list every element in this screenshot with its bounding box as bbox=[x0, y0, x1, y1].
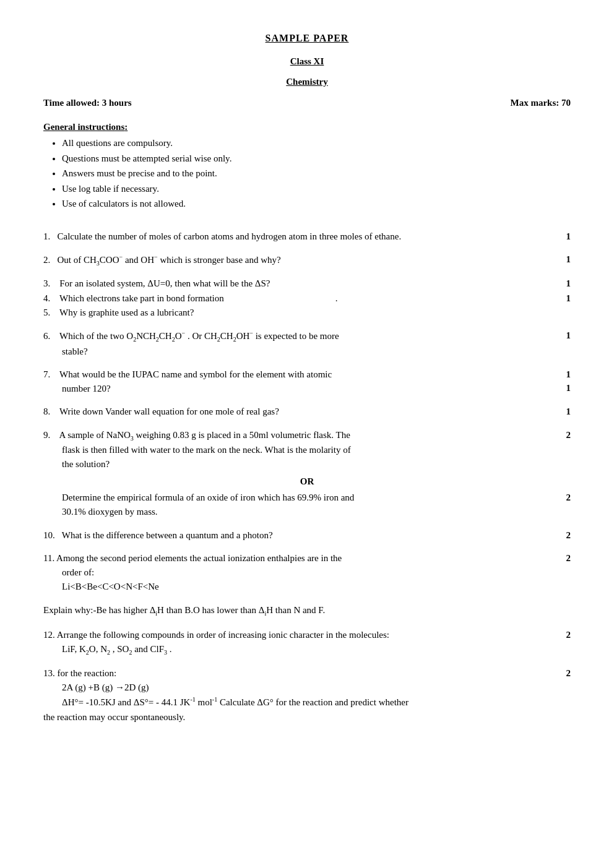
question-9: 9. A sample of NaNO3 weighing 0.83 g is … bbox=[43, 428, 571, 520]
question-2: 2. Out of CH3COO− and OH− which is stron… bbox=[43, 252, 571, 269]
subject-label: Chemistry bbox=[43, 75, 571, 89]
question-10: 10. What is the difference between a qua… bbox=[43, 528, 571, 543]
question-7: 7. What would be the IUPAC name and symb… bbox=[43, 367, 571, 397]
explain-note: Explain why:-Be has higher ΔiH than B.O … bbox=[43, 603, 571, 619]
paper-title: SAMPLE PAPER bbox=[43, 31, 571, 46]
or-label: OR bbox=[43, 475, 571, 489]
instruction-item: Use log table if necessary. bbox=[62, 182, 571, 196]
question-8: 8. Write down Vander wall equation for o… bbox=[43, 405, 571, 419]
question-12: 12. Arrange the following compounds in o… bbox=[43, 628, 571, 658]
max-marks: Max marks: 70 bbox=[511, 96, 571, 110]
time-allowed: Time allowed: 3 hours bbox=[43, 96, 132, 110]
question-6: 6. Which of the two O2NCH2CH2O− . Or CH2… bbox=[43, 329, 571, 359]
instruction-item: Answers must be precise and to the point… bbox=[62, 166, 571, 181]
questions-section: 1. Calculate the number of moles of carb… bbox=[43, 230, 571, 724]
instruction-item: Use of calculators is not allowed. bbox=[62, 197, 571, 211]
question-3-5: 3. For an isolated system, ΔU=0, then wh… bbox=[43, 277, 571, 320]
class-label: Class XI bbox=[43, 54, 571, 69]
instruction-item: Questions must be attempted serial wise … bbox=[62, 152, 571, 166]
question-13: 13. for the reaction: 2A (g) +B (g) →2D … bbox=[43, 666, 571, 724]
instructions-title: General instructions: bbox=[43, 122, 128, 132]
instructions-list: All questions are compulsory.Questions m… bbox=[62, 136, 571, 211]
q1-number: 1. Calculate the number of moles of carb… bbox=[43, 231, 401, 241]
question-1: 1. Calculate the number of moles of carb… bbox=[43, 230, 571, 244]
instruction-item: All questions are compulsory. bbox=[62, 136, 571, 150]
general-instructions: General instructions: All questions are … bbox=[43, 120, 571, 211]
question-11: 11. Among the second period elements the… bbox=[43, 551, 571, 595]
page-header: SAMPLE PAPER Class XI Chemistry bbox=[43, 31, 571, 88]
meta-row: Time allowed: 3 hours Max marks: 70 bbox=[43, 96, 571, 110]
